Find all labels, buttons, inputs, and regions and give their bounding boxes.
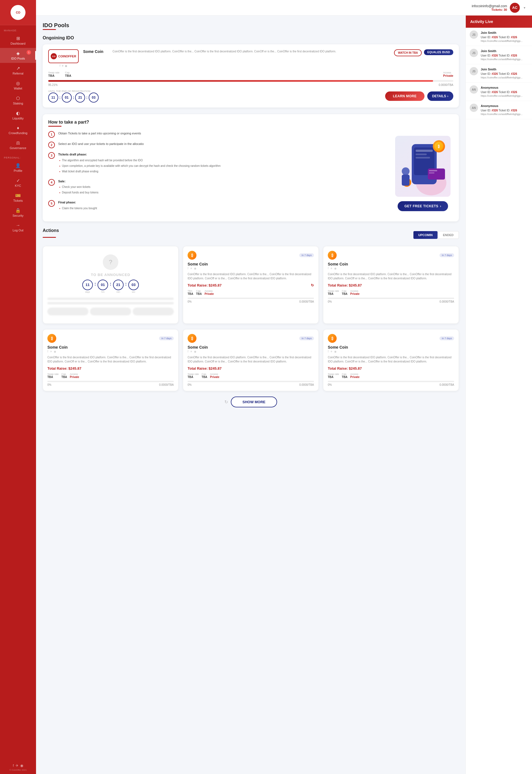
step-content-1: Obtain Tickets to take a part into upcom… (58, 131, 141, 136)
activity-link-2: https://coinoffer.co/asddffwtmbghjgp... (481, 58, 523, 62)
refresh-spin-icon[interactable]: ↻ (224, 399, 228, 405)
svg-rect-4 (416, 154, 427, 155)
actions-section: Actions UPCOMIN ENDED ? TO BE ANNOUNCED (43, 228, 459, 407)
card-tw-icon[interactable]: ✈ (190, 267, 192, 270)
step-number-3: 3 (48, 152, 55, 159)
sidebar-item-logout[interactable]: → Log Out (0, 220, 36, 235)
progress-right: 0.0000/TBA (439, 83, 453, 86)
social-links: f ✈ ◉ (13, 760, 23, 769)
get-free-tickets-button[interactable]: GET FREE TICKETS › (398, 201, 448, 211)
card4-fb-icon[interactable]: f (188, 350, 188, 353)
logo-initials: CO (16, 11, 20, 14)
tab-upcoming[interactable]: UPCOMIN (413, 231, 438, 239)
sidebar: CO MANAGE: ⊞ Dashboard ◈ IDO Pools 1 ↗ R… (0, 0, 36, 774)
sidebar-item-crowdfunding[interactable]: ♦ Crowdfunding (0, 123, 36, 137)
actions-cards-grid-row2: ₿ In 7 days Some Coin f ✈ ◉ CoinOffer is… (43, 329, 459, 391)
card-4-name: Some Coin (188, 345, 314, 349)
card-2-stats: Swap rate TBA Cap TBA Access Private (328, 290, 454, 295)
sidebar-item-wallet[interactable]: ◎ Wallet (0, 78, 36, 93)
tw-icon[interactable]: ✈ (62, 64, 64, 67)
sidebar-item-label: Security (12, 214, 24, 217)
card-ig-icon[interactable]: ◉ (194, 267, 196, 270)
sidebar-item-label: Wallet (14, 87, 22, 90)
instagram-icon[interactable]: ◉ (20, 763, 23, 768)
card4-ig-icon[interactable]: ◉ (194, 350, 196, 353)
ticket-count: 30 (504, 8, 507, 11)
header-tickets: Tickets: 30 (472, 8, 507, 11)
card-fb-icon[interactable]: f (188, 267, 188, 270)
illustration-svg: ₿ ₿ (395, 136, 451, 197)
card3-ig-icon[interactable]: ◉ (54, 350, 56, 353)
tba-blur-btn-3 (133, 308, 174, 315)
fb-icon[interactable]: f (60, 64, 60, 67)
ido-progress-labels: 95.21% 0.0000/TBA (48, 83, 453, 86)
personal-label: PERSONAL: (0, 152, 36, 160)
sidebar-item-staking[interactable]: ⬡ Staking (0, 93, 36, 108)
bullet-3-1: The algorithm and encrypted hash will be… (59, 159, 221, 163)
card-4-social: f ✈ ◉ (188, 350, 314, 353)
activity-link-1: https://coinoffer.co/asddffwtmbghjgp... (481, 39, 523, 43)
countdown-min: 21 (75, 93, 85, 103)
tba-hrs: 01 hrs (98, 280, 108, 293)
activity-name-1: Join Smith (481, 30, 523, 35)
chevron-down-icon[interactable]: ▾ (524, 6, 525, 10)
svg-rect-13 (429, 170, 437, 171)
sidebar-item-liquidity[interactable]: ◐ Liquidity (0, 108, 36, 123)
activity-item-4: AN Anonymous User ID: #326 Ticket ID: #3… (466, 83, 532, 101)
sidebar-item-ido-pools[interactable]: ◈ IDO Pools 1 (0, 48, 36, 63)
show-more-button[interactable]: SHOW MORE (231, 397, 277, 407)
sidebar-item-security[interactable]: 🔒 Security (0, 205, 36, 220)
card2-tw-icon[interactable]: ✈ (330, 267, 333, 270)
activity-avatar-3: JS (470, 67, 478, 75)
card-1-desc: CoinOffer is the first decentralized IDO… (188, 272, 314, 280)
countdown-sep-2: : (73, 95, 74, 100)
details-button[interactable]: DETAILS › (427, 91, 453, 101)
avatar[interactable]: AC (510, 3, 520, 13)
how-visual: ₿ ₿ (392, 131, 453, 216)
tba-days: 11 days (82, 280, 93, 293)
card5-tw-icon[interactable]: ✈ (330, 350, 333, 353)
equalize-busd-button[interactable]: EQUALIZE BUSD (424, 49, 453, 55)
card2-ig-icon[interactable]: ◉ (334, 267, 337, 270)
card5-ig-icon[interactable]: ◉ (334, 350, 337, 353)
facebook-icon[interactable]: f (13, 763, 14, 768)
card4-tw-icon[interactable]: ✈ (190, 350, 192, 353)
step-3: 3 Tickets draft phase: The algorithm and… (48, 152, 387, 175)
svg-point-15 (402, 167, 410, 175)
telegram-icon[interactable]: ✈ (16, 763, 19, 768)
card-4-progress-bar (188, 381, 314, 382)
sidebar-item-referral[interactable]: ↗ Referral (0, 63, 36, 78)
card-5-coin-icon: ₿ (328, 334, 337, 343)
card-2-coin-icon: ₿ (328, 251, 337, 260)
app-logo[interactable]: CO (11, 5, 25, 20)
sidebar-item-kyc[interactable]: ✓ KYC (0, 175, 36, 190)
referral-icon: ↗ (16, 66, 20, 71)
card-1-header: ₿ In 7 days (188, 251, 314, 260)
swap-rate-value: TBA (48, 74, 60, 77)
card-2-progress-labels: 0% 0.0000/TBA (328, 300, 454, 303)
sidebar-item-governance[interactable]: ⚖ Governance (0, 137, 36, 152)
tab-ended[interactable]: ENDED (438, 231, 459, 239)
card-4-coin-icon: ₿ (188, 334, 196, 343)
sidebar-item-tickets[interactable]: 🎫 Tickets (0, 190, 36, 205)
refresh-icon[interactable]: ↻ (311, 283, 314, 287)
step-2: 2 Select an IDO and use your tickets to … (48, 142, 387, 148)
card3-tw-icon[interactable]: ✈ (50, 350, 52, 353)
sidebar-item-dashboard[interactable]: ⊞ Dashboard (0, 33, 36, 48)
activity-item-5: AN Anonymous User ID: #326 Ticket ID: #3… (466, 101, 532, 119)
card3-fb-icon[interactable]: f (47, 350, 48, 353)
sidebar-item-label: Tickets (13, 199, 23, 202)
sidebar-item-label: Crowdfunding (9, 131, 27, 135)
sidebar-item-label: Referral (12, 72, 23, 75)
card2-fb-icon[interactable]: f (328, 267, 329, 270)
access-label: Access (443, 71, 453, 74)
sidebar-item-profile[interactable]: 👤 Profile (0, 160, 36, 175)
countdown-label: UNTIL THE END OF REGISTRATION: (48, 90, 99, 93)
learn-more-button[interactable]: LEARN MORE (385, 91, 424, 101)
ido-cta-buttons: LEARN MORE DETAILS › (385, 91, 453, 101)
ig-icon[interactable]: ◉ (65, 64, 67, 67)
activity-avatar-1: JS (470, 30, 478, 39)
card-5-desc: CoinOffer is the first decentralized IDO… (328, 355, 454, 364)
watch-in-tba-button[interactable]: WATCH IN TBA (394, 49, 422, 56)
card5-fb-icon[interactable]: f (328, 350, 329, 353)
